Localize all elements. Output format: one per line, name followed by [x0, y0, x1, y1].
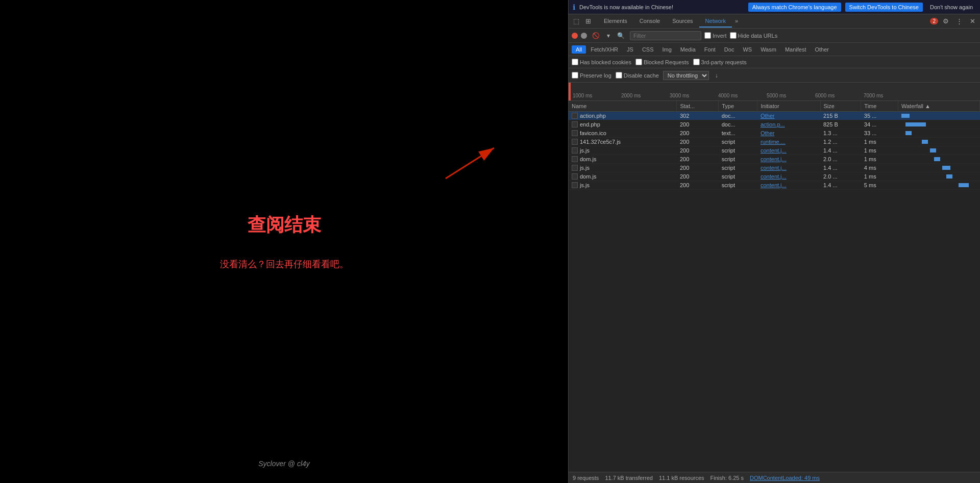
col-status[interactable]: Stat... [677, 101, 719, 112]
col-size[interactable]: Size [820, 101, 861, 112]
invert-checkbox[interactable] [704, 32, 711, 39]
record-button[interactable] [572, 33, 578, 39]
table-row[interactable]: dom.js 200 script content.j... 2.0 ... 1… [569, 155, 980, 164]
network-table-container[interactable]: Name Stat... Type Initiator Size Time Wa… [569, 101, 980, 472]
table-row[interactable]: js.js 200 script content.j... 1.4 ... 4 … [569, 164, 980, 172]
cell-type: doc... [719, 120, 757, 129]
tab-more-button[interactable]: » [732, 15, 741, 28]
device-toolbar-button[interactable]: ⊞ [583, 16, 594, 27]
file-icon [572, 182, 578, 188]
cell-status: 200 [677, 172, 719, 181]
file-name: js.js [580, 147, 590, 154]
filter-tab-font[interactable]: Font [700, 45, 720, 54]
col-time[interactable]: Time [861, 101, 898, 112]
filter-tab-other[interactable]: Other [811, 45, 833, 54]
customize-button[interactable]: ⋮ [953, 16, 965, 27]
table-row[interactable]: favicon.ico 200 text... Other 1.3 ... 33… [569, 129, 980, 138]
filter-tab-fetch-xhr[interactable]: Fetch/XHR [586, 45, 622, 54]
hide-data-urls-checkbox-label[interactable]: Hide data URLs [730, 32, 778, 39]
filter-tab-all[interactable]: All [572, 45, 586, 54]
table-row[interactable]: js.js 200 script content.j... 1.4 ... 5 … [569, 181, 980, 190]
inspect-element-button[interactable]: ⬚ [571, 16, 582, 27]
filter-tab-doc[interactable]: Doc [720, 45, 739, 54]
filter-tab-wasm[interactable]: Wasm [756, 45, 780, 54]
col-initiator[interactable]: Initiator [757, 101, 820, 112]
cell-status: 200 [677, 155, 719, 164]
tab-console[interactable]: Console [633, 15, 666, 28]
table-row[interactable]: action.php 302 doc... Other 215 B 35 ... [569, 112, 980, 120]
clear-button[interactable]: 🚫 [590, 31, 602, 40]
col-name[interactable]: Name [569, 101, 677, 112]
hide-data-urls-checkbox[interactable] [730, 32, 737, 39]
cell-status: 200 [677, 138, 719, 146]
blocked-requests-checkbox[interactable] [635, 59, 642, 65]
preserve-log-checkbox[interactable] [572, 72, 578, 79]
cell-initiator: Other [757, 112, 820, 120]
col-type[interactable]: Type [719, 101, 757, 112]
import-har-button[interactable]: ↓ [713, 71, 720, 80]
cell-size: 1.4 ... [820, 164, 861, 172]
devtools-tabs: Elements Console Sources Network » [598, 15, 930, 28]
arrow-annotation [440, 143, 502, 184]
close-devtools-button[interactable]: ✕ [967, 16, 978, 27]
file-icon [572, 113, 578, 119]
table-header-row: Name Stat... Type Initiator Size Time Wa… [569, 101, 980, 112]
match-language-button[interactable]: Always match Chrome's language [748, 3, 841, 12]
cell-status: 200 [677, 129, 719, 138]
table-row[interactable]: 141.327ce5c7.js 200 script runtime.... 1… [569, 138, 980, 146]
third-party-requests-label[interactable]: 3rd-party requests [693, 59, 747, 65]
cell-time: 4 ms [861, 164, 898, 172]
filter-tab-ws[interactable]: WS [739, 45, 756, 54]
filter-tab-media[interactable]: Media [676, 45, 700, 54]
file-name: end.php [580, 121, 600, 128]
file-name: js.js [580, 165, 590, 171]
tab-sources[interactable]: Sources [666, 15, 699, 28]
switch-devtools-button[interactable]: Switch DevTools to Chinese [845, 3, 923, 12]
search-button[interactable]: 🔍 [615, 31, 627, 40]
table-row[interactable]: js.js 200 script content.j... 1.4 ... 1 … [569, 146, 980, 155]
cell-name: 141.327ce5c7.js [569, 138, 677, 146]
tab-elements[interactable]: Elements [598, 15, 633, 28]
timeline-header: 1000 ms 2000 ms 3000 ms 4000 ms 5000 ms … [569, 83, 980, 101]
settings-button[interactable]: ⚙ [940, 16, 951, 27]
table-row[interactable]: end.php 200 doc... action.p... 825 B 34 … [569, 120, 980, 129]
cell-name: dom.js [569, 155, 677, 164]
cell-time: 34 ... [861, 120, 898, 129]
stop-recording-button[interactable] [581, 33, 587, 39]
disable-cache-label[interactable]: Disable cache [616, 72, 659, 79]
notification-text: DevTools is now available in Chinese! [579, 4, 744, 10]
finish-time: Finish: 6.25 s [710, 475, 744, 481]
tab-network[interactable]: Network [699, 15, 732, 28]
disable-cache-checkbox[interactable] [616, 72, 622, 79]
file-icon [572, 165, 578, 171]
dom-content-loaded[interactable]: DOMContentLoaded: 49 ms [750, 475, 820, 481]
timeline-3000ms: 3000 ms [670, 93, 718, 98]
filter-button[interactable]: ▾ [605, 31, 612, 40]
third-party-requests-checkbox[interactable] [693, 59, 700, 65]
dismiss-notification-button[interactable]: Don't show again [927, 3, 976, 12]
table-row[interactable]: dom.js 200 script content.j... 2.0 ... 1… [569, 172, 980, 181]
preserve-log-label[interactable]: Preserve log [572, 72, 611, 79]
page-footer: Syclover @ cl4y [258, 460, 310, 468]
timeline-2000ms: 2000 ms [621, 93, 670, 98]
filter-tab-img[interactable]: Img [658, 45, 676, 54]
col-waterfall[interactable]: Waterfall ▲ [898, 101, 980, 112]
cell-size: 825 B [820, 120, 861, 129]
blocked-requests-label[interactable]: Blocked Requests [635, 59, 689, 65]
has-blocked-cookies-checkbox[interactable] [572, 59, 578, 65]
has-blocked-cookies-label[interactable]: Has blocked cookies [572, 59, 631, 65]
cell-size: 2.0 ... [820, 172, 861, 181]
filter-tab-manifest[interactable]: Manifest [781, 45, 811, 54]
throttle-select[interactable]: No throttling Fast 3G Slow 3G Offline [663, 71, 709, 80]
timeline-5000ms: 5000 ms [767, 93, 815, 98]
invert-checkbox-label[interactable]: Invert [704, 32, 727, 39]
timeline-4000ms: 4000 ms [718, 93, 767, 98]
filter-input[interactable] [630, 31, 701, 40]
resources-size: 11.1 kB resources [659, 475, 704, 481]
filter-tab-css[interactable]: CSS [638, 45, 658, 54]
filter-tabs: All Fetch/XHR JS CSS Img Media Font Doc … [572, 45, 833, 54]
cell-type: script [719, 164, 757, 172]
cell-status: 200 [677, 164, 719, 172]
filter-tab-js[interactable]: JS [623, 45, 638, 54]
cell-time: 5 ms [861, 181, 898, 190]
